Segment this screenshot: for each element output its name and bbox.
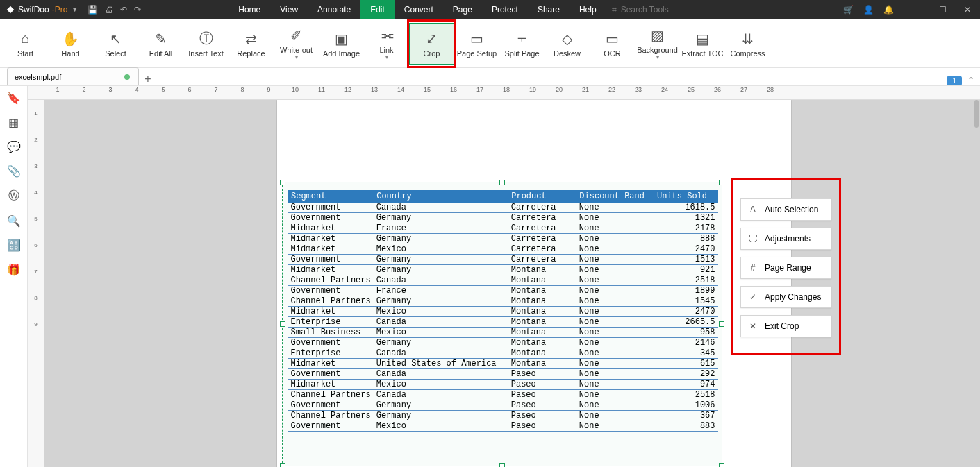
app-menu-chevron-icon[interactable]: ▼ — [72, 6, 78, 13]
titlebar: SwifDoo-Pro ▼ 💾 🖨 ↶ ↷ HomeViewAnnotateEd… — [0, 0, 980, 19]
ribbon-replace[interactable]: ⇄Replace — [229, 23, 274, 65]
minimize-button[interactable]: ― — [905, 0, 930, 19]
menu-convert[interactable]: Convert — [395, 0, 443, 19]
comments-icon[interactable]: 💬 — [7, 140, 21, 153]
crop-option-page-range[interactable]: #Page Range — [740, 257, 831, 279]
thumbnails-icon[interactable]: ▦ — [8, 116, 19, 129]
redo-icon[interactable]: ↷ — [134, 5, 141, 15]
menu-view[interactable]: View — [270, 0, 308, 19]
menu-page[interactable]: Page — [443, 0, 482, 19]
crop-handle-ne[interactable] — [719, 180, 724, 185]
vertical-scrollbar[interactable] — [974, 100, 979, 128]
ribbon-white-out[interactable]: ✐White-out▾ — [274, 23, 319, 65]
canvas-wrapper: 1234567891011121314151617181920212223242… — [28, 86, 980, 467]
new-tab-button[interactable]: + — [139, 73, 157, 85]
crop-handle-nw[interactable] — [280, 180, 285, 185]
search-icon[interactable]: 🔍 — [7, 214, 21, 228]
crop-handle-se[interactable] — [719, 463, 724, 467]
ribbon-deskew[interactable]: ◇Deskew — [545, 23, 590, 65]
ribbon-insert-text[interactable]: ⓉInsert Text — [183, 23, 229, 65]
close-button[interactable]: ✕ — [955, 0, 980, 19]
ribbon-background[interactable]: ▨Background▾ — [635, 23, 680, 65]
apply-changes-icon: ✓ — [748, 292, 758, 302]
bell-icon[interactable]: 🔔 — [883, 5, 894, 15]
app-name-1: SwifDoo — [18, 5, 49, 15]
add-image-icon: ▣ — [335, 30, 348, 48]
crop-option-apply-changes[interactable]: ✓Apply Changes — [740, 286, 831, 308]
insert-text-icon: Ⓣ — [199, 30, 213, 48]
canvas[interactable]: SegmentCountryProductDiscount BandUnits … — [44, 100, 980, 467]
extract-toc-icon: ▤ — [696, 30, 709, 48]
document-tab[interactable]: excelsmpl.pdf — [7, 67, 139, 85]
large-text-icon[interactable]: 🔠 — [7, 239, 21, 252]
crop-handle-n[interactable] — [499, 180, 505, 185]
print-icon[interactable]: 🖨 — [105, 5, 113, 15]
replace-icon: ⇄ — [245, 30, 257, 48]
maximize-button[interactable]: ☐ — [930, 0, 955, 19]
crop-option-adjustments[interactable]: ⛶Adjustments — [740, 228, 831, 250]
attachments-icon[interactable]: 📎 — [7, 164, 21, 178]
ribbon-hand[interactable]: ✋Hand — [48, 23, 93, 65]
ribbon-ocr[interactable]: ▭OCR — [590, 23, 635, 65]
edit-all-icon: ✎ — [155, 30, 167, 48]
main-menu: HomeViewAnnotateEditConvertPageProtectSh… — [229, 0, 606, 19]
menu-protect[interactable]: Protect — [482, 0, 528, 19]
main-area: 🔖 ▦ 💬 📎 Ⓦ 🔍 🔠 🎁 123456789101112131415161… — [0, 86, 980, 467]
crop-handle-e[interactable] — [719, 321, 724, 327]
ribbon-crop[interactable]: ⤢Crop — [409, 23, 454, 65]
exit-crop-icon: ✕ — [748, 321, 758, 331]
titlebar-right-icons: 🛒 👤 🔔 — [838, 5, 899, 15]
page-panel-chevron-icon[interactable]: ⌃ — [967, 76, 974, 85]
save-icon[interactable]: 💾 — [88, 5, 98, 15]
ribbon-select[interactable]: ↖Select — [93, 23, 138, 65]
cart-icon[interactable]: 🛒 — [843, 5, 854, 15]
chevron-down-icon: ▾ — [656, 54, 659, 60]
quick-toolbar: 💾 🖨 ↶ ↷ — [83, 5, 145, 15]
left-side-panel: 🔖 ▦ 💬 📎 Ⓦ 🔍 🔠 🎁 — [0, 86, 28, 467]
ribbon-edit-all[interactable]: ✎Edit All — [138, 23, 183, 65]
crop-option-exit-crop[interactable]: ✕Exit Crop — [740, 315, 831, 337]
user-icon[interactable]: 👤 — [863, 5, 874, 15]
crop-handle-sw[interactable] — [280, 463, 285, 467]
undo-icon[interactable]: ↶ — [120, 5, 127, 15]
split-page-icon: ⫟ — [515, 30, 529, 48]
window-controls: ― ☐ ✕ — [905, 0, 980, 19]
ribbon-extract-toc[interactable]: ▤Extract TOC — [680, 23, 725, 65]
document-tab-label: excelsmpl.pdf — [15, 73, 61, 81]
ribbon-split-page[interactable]: ⫟Split Page — [499, 23, 545, 65]
app-logo: SwifDoo-Pro ▼ — [0, 5, 83, 15]
crop-handle-w[interactable] — [280, 321, 285, 327]
menu-share[interactable]: Share — [528, 0, 570, 19]
ocr-icon: ▭ — [606, 30, 619, 48]
vertical-ruler: 123456789 — [28, 100, 44, 467]
ribbon-page-setup[interactable]: ▭Page Setup — [454, 23, 499, 65]
ribbon-compress[interactable]: ⇊Compress — [725, 23, 770, 65]
hand-icon: ✋ — [62, 30, 79, 48]
deskew-icon: ◇ — [562, 30, 572, 48]
menu-help[interactable]: Help — [570, 0, 606, 19]
crop-handle-s[interactable] — [499, 463, 505, 467]
ribbon-link[interactable]: ⫘Link▾ — [364, 23, 409, 65]
menu-annotate[interactable]: Annotate — [308, 0, 360, 19]
search-tools-input[interactable] — [621, 5, 690, 15]
page-number-badge[interactable]: 1 — [947, 76, 962, 85]
crop-icon: ⤢ — [426, 30, 438, 48]
menu-home[interactable]: Home — [229, 0, 270, 19]
search-tools[interactable]: ⌗ — [612, 5, 690, 15]
page-range-icon: # — [748, 263, 758, 273]
gift-icon[interactable]: 🎁 — [7, 263, 21, 276]
bookmark-icon[interactable]: 🔖 — [7, 92, 21, 105]
chevron-down-icon: ▾ — [385, 54, 388, 60]
ribbon-add-image[interactable]: ▣Add Image — [319, 23, 364, 65]
ribbon-start[interactable]: ⌂Start — [3, 23, 48, 65]
word-icon[interactable]: Ⓦ — [8, 189, 19, 203]
start-icon: ⌂ — [21, 30, 29, 48]
auto-selection-icon: A — [748, 205, 758, 214]
crop-selection[interactable] — [282, 182, 722, 466]
crop-option-auto-selection[interactable]: AAuto Selection — [740, 198, 831, 221]
chevron-down-icon: ▾ — [295, 54, 298, 60]
search-tools-icon: ⌗ — [612, 5, 617, 15]
menu-edit[interactable]: Edit — [360, 0, 395, 19]
select-icon: ↖ — [110, 30, 122, 48]
background-icon: ▨ — [651, 26, 664, 44]
